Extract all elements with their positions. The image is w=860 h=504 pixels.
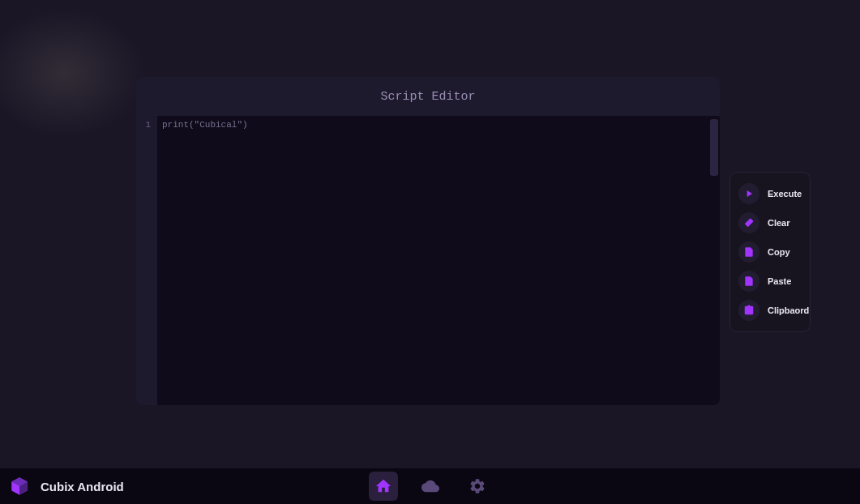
bottom-bar: Cubix Android: [0, 468, 860, 504]
background-glow: [0, 8, 146, 138]
brand-name: Cubix Android: [41, 480, 124, 493]
editor-title: Script Editor: [136, 77, 720, 116]
execute-label: Execute: [768, 189, 802, 199]
line-number: 1: [136, 120, 151, 130]
paste-label: Paste: [768, 276, 791, 286]
clear-button[interactable]: Clear: [735, 208, 805, 237]
clipboard-label: Clipbaord: [768, 305, 809, 315]
play-icon: [738, 183, 759, 204]
script-editor-window: Script Editor 1 print("Cubical"): [136, 77, 720, 405]
action-panel: Execute Clear Copy Paste Clipbaord: [730, 172, 811, 332]
file-icon: [738, 271, 759, 292]
paste-button[interactable]: Paste: [735, 267, 805, 296]
cloud-button[interactable]: [416, 472, 445, 501]
code-textarea[interactable]: print("Cubical"): [157, 116, 720, 405]
clipboard-icon: [738, 300, 759, 321]
file-icon: [738, 241, 759, 263]
editor-body: 1 print("Cubical"): [136, 116, 720, 405]
cloud-icon: [421, 477, 439, 495]
settings-button[interactable]: [463, 472, 492, 501]
code-line: print("Cubical"): [162, 120, 715, 130]
gear-icon: [469, 477, 486, 495]
execute-button[interactable]: Execute: [735, 179, 805, 208]
nav-icons: [369, 472, 492, 501]
home-button[interactable]: [369, 472, 398, 501]
home-icon: [374, 477, 392, 495]
copy-label: Copy: [768, 247, 790, 257]
clipboard-button[interactable]: Clipbaord: [735, 296, 805, 325]
brand-logo-icon: [8, 475, 31, 498]
scrollbar-thumb[interactable]: [710, 119, 718, 176]
clear-label: Clear: [768, 218, 790, 228]
line-gutter: 1: [136, 116, 157, 405]
brand: Cubix Android: [8, 475, 124, 498]
copy-button[interactable]: Copy: [735, 237, 805, 267]
eraser-icon: [738, 212, 759, 233]
